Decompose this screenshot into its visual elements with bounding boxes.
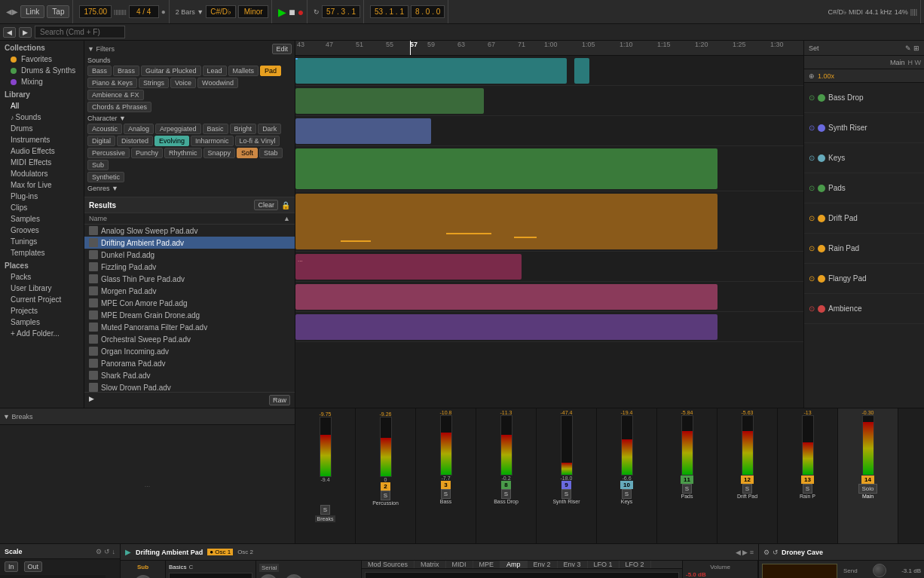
result-10[interactable]: Organ Incoming.adv xyxy=(84,345,295,357)
freq1-knob[interactable] xyxy=(285,574,303,578)
tab-lfo1[interactable]: LFO 1 xyxy=(588,561,620,568)
ch-rp-s[interactable]: S xyxy=(803,484,812,494)
clip-5-1[interactable] xyxy=(295,194,717,249)
result-3[interactable]: Fizzling Pad.adv xyxy=(84,261,295,273)
sidebar-item-user-library[interactable]: User Library xyxy=(0,283,84,294)
filter-pad[interactable]: Pad xyxy=(260,66,281,76)
filter-chords[interactable]: Chords & Phrases xyxy=(87,102,151,112)
sidebar-item-grooves[interactable]: Grooves xyxy=(0,225,84,236)
track-list-synth-riser[interactable]: ⊙ Synth Riser xyxy=(804,113,924,143)
ch-perc-s[interactable]: S xyxy=(381,491,390,500)
tap-button[interactable]: Tap xyxy=(47,5,69,18)
track-list-ambience[interactable]: ⊙ Ambience xyxy=(804,294,924,324)
clip-2-1[interactable] xyxy=(295,88,484,114)
bpm-display[interactable]: 175.00 xyxy=(79,5,112,18)
filter-strings[interactable]: Strings xyxy=(139,78,169,88)
char-soft[interactable]: Soft xyxy=(237,148,258,158)
char-evolving[interactable]: Evolving xyxy=(155,136,189,146)
result-8[interactable]: Muted Panorama Filter Pad.adv xyxy=(84,321,295,333)
tab-env2[interactable]: Env 2 xyxy=(528,561,558,568)
result-0[interactable]: Analog Slow Sweep Pad.adv xyxy=(84,225,295,237)
res-knob[interactable] xyxy=(259,574,277,578)
sidebar-item-current-project[interactable]: Current Project xyxy=(0,294,84,305)
result-4[interactable]: Glass Thin Pure Pad.adv xyxy=(84,273,295,285)
sidebar-item-modulators[interactable]: Modulators xyxy=(0,168,84,179)
char-acoustic[interactable]: Acoustic xyxy=(87,124,122,134)
char-punchy[interactable]: Punchy xyxy=(131,148,163,158)
osc2-tab[interactable]: Osc 2 xyxy=(237,549,253,555)
filter-ambience[interactable]: Ambience & FX xyxy=(87,90,144,100)
osc1-tab[interactable]: ● Osc 1 xyxy=(207,549,233,555)
char-lofi[interactable]: Lo-fi & Vinyl xyxy=(235,136,280,146)
sidebar-item-drums[interactable]: Drums xyxy=(0,123,84,134)
track-list-rain-pad[interactable]: ⊙ Rain Pad xyxy=(804,234,924,264)
char-synthetic[interactable]: Synthetic xyxy=(87,172,124,182)
tab-mod-sources[interactable]: Mod Sources xyxy=(362,561,415,568)
scale-out-btn[interactable]: Out xyxy=(24,561,43,572)
tab-env3[interactable]: Env 3 xyxy=(558,561,588,568)
track-list-flangy-pad[interactable]: ⊙ Flangy Pad xyxy=(804,264,924,294)
sidebar-item-favorites[interactable]: Favorites xyxy=(0,54,84,65)
gain-knob[interactable] xyxy=(134,575,152,578)
ch-pads-s[interactable]: S xyxy=(682,484,692,494)
clip-7-1[interactable] xyxy=(295,284,717,310)
result-13[interactable]: Slow Drown Pad.adv xyxy=(84,381,295,392)
sidebar-item-samples[interactable]: Samples xyxy=(0,213,84,225)
preview-icon[interactable]: ▶ xyxy=(89,395,94,405)
edit-button[interactable]: Edit xyxy=(272,44,292,54)
filter-lead[interactable]: Lead xyxy=(203,66,227,76)
send-knob[interactable] xyxy=(873,564,886,577)
ch-dp-s[interactable]: S xyxy=(742,484,752,494)
char-distorted[interactable]: Distorted xyxy=(117,136,153,146)
sidebar-item-max[interactable]: Max for Live xyxy=(0,179,84,191)
result-12[interactable]: Shark Pad.adv xyxy=(84,369,295,381)
ch-keys-s[interactable]: S xyxy=(622,489,632,499)
char-rhythmic[interactable]: Rhythmic xyxy=(164,148,202,158)
track-list-pads[interactable]: ⊙ Pads xyxy=(804,173,924,203)
loop-start-display[interactable]: 53 . 1 . 1 xyxy=(370,5,408,18)
position-display[interactable]: 57 . 3 . 1 xyxy=(322,5,360,18)
sidebar-item-sounds[interactable]: ♪Sounds xyxy=(0,112,84,123)
sidebar-item-audio-effects[interactable]: Audio Effects xyxy=(0,145,84,157)
sidebar-item-add-folder[interactable]: + Add Folder... xyxy=(0,328,84,339)
sidebar-item-plugins[interactable]: Plug-ins xyxy=(0,191,84,202)
track-list-bass-drop[interactable]: ⊙ Bass Drop xyxy=(804,83,924,113)
filter-piano[interactable]: Piano & Keys xyxy=(87,78,137,88)
char-analog[interactable]: Analog xyxy=(124,124,154,134)
ch-bass-s[interactable]: S xyxy=(441,489,451,499)
clip-1-1[interactable] xyxy=(295,58,567,84)
char-percussive[interactable]: Percussive xyxy=(87,148,130,158)
sidebar-item-projects[interactable]: Projects xyxy=(0,305,84,317)
ch-bd-s[interactable]: S xyxy=(501,489,511,499)
filter-guitar[interactable]: Guitar & Plucked xyxy=(141,66,201,76)
instrument-power[interactable]: ▶ xyxy=(125,548,131,556)
loop-end-display[interactable]: 8 . 0 . 0 xyxy=(411,5,445,18)
sidebar-item-drums-synths[interactable]: Drums & Synths xyxy=(0,65,84,76)
char-arpeggiated[interactable]: Arpeggiated xyxy=(155,124,201,134)
sidebar-item-samples2[interactable]: Samples xyxy=(0,317,84,328)
char-dark[interactable]: Dark xyxy=(258,124,281,134)
result-9[interactable]: Orchestral Sweep Pad.adv xyxy=(84,333,295,345)
clip-8-1[interactable] xyxy=(295,314,717,340)
char-digital[interactable]: Digital xyxy=(87,136,115,146)
char-snappy[interactable]: Snappy xyxy=(203,148,236,158)
clip-3-1[interactable] xyxy=(295,118,431,144)
ch-sr-s[interactable]: S xyxy=(561,489,571,499)
sidebar-item-all[interactable]: All xyxy=(0,100,84,112)
back-button[interactable]: ◀ xyxy=(3,27,16,38)
tab-mpe[interactable]: MPE xyxy=(473,561,501,568)
scale-display[interactable]: Minor xyxy=(238,5,268,18)
char-inharmonic[interactable]: Inharmonic xyxy=(191,136,234,146)
filter-bass[interactable]: Bass xyxy=(87,66,112,76)
clear-button[interactable]: Clear xyxy=(254,200,278,210)
link-button[interactable]: Link xyxy=(20,5,44,18)
char-bright[interactable]: Bright xyxy=(230,124,257,134)
clip-6-1[interactable]: ... xyxy=(295,254,522,280)
tab-amp[interactable]: Amp xyxy=(500,561,528,568)
search-input[interactable] xyxy=(35,26,125,38)
ch-main-solo[interactable]: Solo xyxy=(858,484,877,494)
stop-button[interactable]: ■ xyxy=(289,6,295,18)
result-11[interactable]: Panorama Pad.adv xyxy=(84,357,295,369)
raw-button[interactable]: Raw xyxy=(269,395,290,405)
char-sub[interactable]: Sub xyxy=(87,160,109,170)
